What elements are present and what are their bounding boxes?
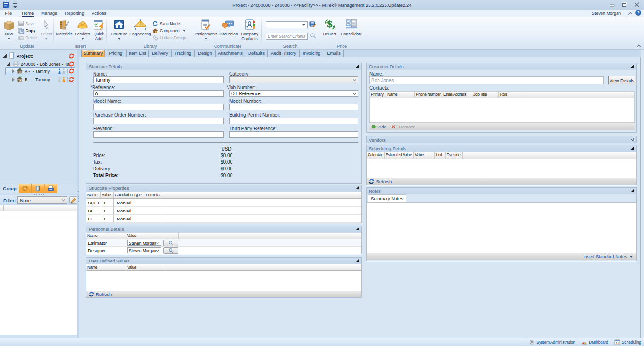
user-defined-values-header[interactable]: User Defined Values: [86, 258, 361, 264]
col-value[interactable]: Value: [126, 233, 179, 239]
tab-delivery[interactable]: Delivery: [149, 50, 172, 57]
group-by-structure-button[interactable]: [32, 184, 44, 193]
structure-properties-header[interactable]: Structure Properties: [86, 185, 361, 192]
col-name[interactable]: Name: [86, 233, 126, 239]
close-button[interactable]: [634, 1, 640, 7]
tree-row-structure-b[interactable]: B - - Tammy: [0, 76, 77, 84]
property-row-lf[interactable]: LF 0 Manual: [86, 215, 361, 223]
collapse-panel-icon[interactable]: [630, 146, 634, 151]
col-role[interactable]: Role: [499, 92, 525, 98]
model-name-input[interactable]: [93, 104, 224, 110]
tree-expand-icon[interactable]: [7, 62, 10, 66]
saved-search-combo[interactable]: [266, 21, 308, 28]
view-details-button[interactable]: View Details: [608, 76, 635, 84]
col-value[interactable]: Value: [101, 192, 114, 198]
services-button[interactable]: Services: [74, 18, 91, 43]
col-name[interactable]: Name: [86, 192, 101, 198]
col-value[interactable]: Value: [126, 264, 166, 270]
third-party-input[interactable]: [229, 131, 358, 138]
col-email[interactable]: Email Address: [442, 92, 472, 98]
collapse-panel-icon[interactable]: [355, 64, 359, 69]
company-contacts-button[interactable]: Company Contacts: [239, 18, 260, 43]
statusbar-dashboard[interactable]: Dashboard: [578, 338, 611, 346]
new-button[interactable]: New: [2, 18, 16, 43]
assignments-button[interactable]: Assignments: [195, 18, 217, 43]
structure-button[interactable]: Structure: [109, 18, 129, 43]
po-number-input[interactable]: [93, 118, 224, 124]
col-value[interactable]: Value: [414, 152, 435, 159]
col-primary[interactable]: Primary: [370, 92, 386, 98]
vendors-header[interactable]: Vendors: [367, 136, 636, 143]
filter-result-list[interactable]: [0, 205, 77, 335]
col-estimated-value[interactable]: Estimated Value: [385, 152, 414, 159]
reference-input[interactable]: [93, 90, 224, 97]
refresh-red-icon[interactable]: [69, 53, 74, 59]
estimator-select[interactable]: Steven Morgan: [127, 240, 161, 246]
model-number-input[interactable]: [229, 104, 358, 110]
copy-button[interactable]: Copy: [18, 27, 35, 34]
statusbar-scheduling[interactable]: Scheduling: [611, 338, 644, 346]
property-row-bf[interactable]: BF 0 Manual: [86, 207, 361, 215]
collapse-panel-icon[interactable]: [355, 227, 359, 232]
col-phone[interactable]: Phone Number: [415, 92, 442, 98]
estimator-search-button[interactable]: [163, 240, 178, 246]
save-search-icon[interactable]: [309, 21, 316, 28]
tree-row-structure-a[interactable]: A - - Tammy: [0, 67, 77, 75]
expand-panel-icon[interactable]: [631, 137, 634, 143]
customer-name-input[interactable]: [369, 76, 604, 84]
tab-design[interactable]: Design: [195, 50, 216, 57]
col-unit[interactable]: Unit: [435, 152, 446, 159]
job-number-select[interactable]: OT Reference: [229, 90, 358, 97]
ribbon-collapse-icon[interactable]: [637, 45, 641, 49]
tab-invoicing[interactable]: Invoicing: [300, 50, 324, 57]
tree-collapse-icon[interactable]: [12, 78, 15, 82]
col-job-title[interactable]: Job Title: [472, 92, 499, 98]
menu-manage[interactable]: Manage: [41, 10, 57, 16]
collapse-panel-icon[interactable]: [630, 64, 634, 69]
refresh-button[interactable]: Refresh: [376, 179, 392, 184]
designer-search-button[interactable]: [163, 247, 178, 254]
refresh-button[interactable]: Refresh: [96, 292, 112, 297]
permit-number-input[interactable]: [229, 118, 358, 124]
insert-standard-notes-button[interactable]: Insert Standard Notes: [584, 254, 627, 259]
menu-reporting[interactable]: Reporting: [65, 10, 84, 16]
filter-edit-button[interactable]: [69, 196, 77, 204]
tab-audit-history[interactable]: Audit History: [268, 50, 300, 57]
refresh-red-icon[interactable]: [69, 61, 74, 67]
tab-attachments[interactable]: Attachments: [216, 50, 245, 57]
update-design-button[interactable]: Update Design: [152, 34, 186, 41]
engineering-button[interactable]: Engineering: [129, 18, 152, 43]
notes-textarea[interactable]: [367, 202, 636, 253]
property-row-sqft[interactable]: SQFT 0 Manual: [86, 199, 361, 207]
personnel-details-header[interactable]: Personnel Details: [86, 226, 361, 233]
structure-name-input[interactable]: [93, 76, 224, 83]
select-button[interactable]: Select: [40, 18, 53, 43]
tab-defaults[interactable]: Defaults: [245, 50, 268, 57]
notes-header[interactable]: Notes: [367, 188, 636, 194]
add-contact-button[interactable]: Add: [378, 124, 386, 129]
restore-button[interactable]: [621, 1, 628, 7]
customer-details-header[interactable]: Customer Details: [367, 63, 636, 70]
tab-item-list[interactable]: Item List: [127, 50, 149, 57]
group-by-type-button[interactable]: [44, 184, 57, 193]
collapse-ribbon-icon[interactable]: [628, 12, 632, 16]
tree-collapse-icon[interactable]: [12, 69, 15, 73]
col-override[interactable]: Override: [446, 152, 463, 159]
menu-file[interactable]: File: [5, 10, 12, 16]
recost-button[interactable]: $ ReCost: [321, 18, 338, 43]
quick-add-button[interactable]: Quick Add: [92, 18, 106, 43]
refresh-icon[interactable]: [89, 292, 94, 297]
minimize-button[interactable]: [609, 1, 616, 7]
col-formula[interactable]: Formula: [145, 192, 162, 198]
save-button[interactable]: Save: [18, 20, 34, 27]
menu-home[interactable]: Home: [22, 10, 34, 17]
designer-select[interactable]: Steven Morgan: [127, 247, 161, 253]
elevation-input[interactable]: [93, 131, 224, 138]
collapse-panel-icon[interactable]: [355, 258, 359, 263]
tab-tracking[interactable]: Tracking: [172, 50, 195, 57]
scheduling-details-header[interactable]: Scheduling Details: [367, 145, 636, 152]
refresh-red-icon[interactable]: [69, 77, 74, 82]
col-name[interactable]: Name: [386, 92, 415, 98]
statusbar-system-administration[interactable]: System Administration: [526, 338, 578, 346]
component-button[interactable]: Component: [152, 27, 186, 34]
